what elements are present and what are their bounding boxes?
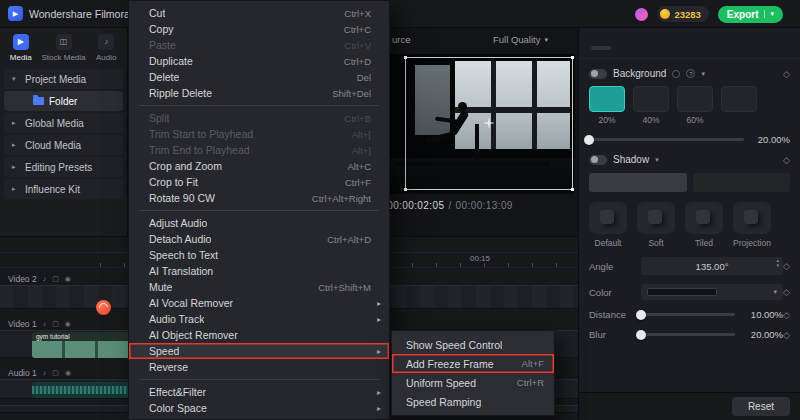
background-blur-slider[interactable] [589, 138, 744, 141]
background-caret-icon[interactable]: ▾ [701, 70, 705, 78]
transform-center-handle[interactable] [484, 119, 493, 128]
ruler-time-label: 00:15 [470, 254, 490, 263]
submenu-item-add-freeze-frame[interactable]: Add Freeze Frame Alt+F [392, 354, 554, 373]
slider-knob[interactable] [636, 310, 646, 320]
background-blur-swatch-20[interactable]: 20% [589, 86, 625, 125]
shadow-preset-default[interactable]: Default [589, 202, 627, 248]
context-menu-item[interactable]: ▸ [139, 105, 379, 106]
submenu-item-speed-ramping[interactable]: Speed Ramping [392, 392, 554, 411]
swatch-preview[interactable] [677, 86, 713, 112]
menu-item-rotate-90[interactable]: Rotate 90 CW Ctrl+Alt+Right ▸ [129, 190, 389, 206]
export-button[interactable]: Export ▾ [718, 6, 783, 23]
sidebar-item-project-media[interactable]: ▾ Project Media [4, 69, 123, 89]
slider-knob[interactable] [584, 135, 594, 145]
distance-keyframe-icon[interactable]: ◇ [783, 310, 790, 320]
menu-item-cut[interactable]: Cut Ctrl+X ▸ [129, 5, 389, 21]
shadow-toggle[interactable] [589, 155, 607, 165]
shadow-preset-soft[interactable]: Soft [637, 202, 675, 248]
tab-media[interactable]: ▶ Media [2, 34, 39, 62]
sidebar-item-global-media[interactable]: ▸ Global Media [4, 113, 123, 133]
menu-item-duplicate[interactable]: Duplicate Ctrl+D ▸ [129, 53, 389, 69]
menu-item-audio-track[interactable]: Audio Track ▸ [129, 311, 389, 327]
menu-item-copy[interactable]: Copy Ctrl+C ▸ [129, 21, 389, 37]
shadow-preset-thumb[interactable] [589, 202, 627, 234]
menu-item-effect-filter[interactable]: Effect&Filter ▸ [129, 384, 389, 400]
shadow-color-picker[interactable]: ▾ [641, 284, 783, 300]
coins-badge[interactable]: 23283 [657, 6, 708, 22]
shadow-keyframe-icon[interactable]: ◇ [783, 155, 790, 165]
menu-item-paste[interactable]: Paste Ctrl+V ▸ [129, 37, 389, 53]
track-mute-icon[interactable]: ♪ [43, 369, 47, 376]
shadow-color-keyframe-icon[interactable]: ◇ [783, 287, 790, 297]
swatch-preview[interactable] [633, 86, 669, 112]
submenu-item-uniform-speed[interactable]: Uniform Speed Ctrl+R [392, 373, 554, 392]
tab-audio[interactable]: ♪ Audio [88, 34, 125, 62]
background-toggle[interactable] [589, 69, 607, 79]
menu-item-split[interactable]: Split Ctrl+B ▸ [129, 110, 389, 126]
menu-item-ai-vocal-remover[interactable]: AI Vocal Remover ▸ [129, 295, 389, 311]
menu-item-detach-audio[interactable]: Detach Audio Ctrl+Alt+D ▸ [129, 231, 389, 247]
sidebar-item-editing-presets[interactable]: ▸ Editing Presets [4, 157, 123, 177]
slider-knob[interactable] [636, 330, 646, 340]
shadow-caret-icon[interactable]: ▾ [655, 156, 659, 164]
record-marker-dot[interactable] [96, 300, 111, 315]
menu-item-trim-start[interactable]: Trim Start to Playhead Alt+[ ▸ [129, 126, 389, 142]
menu-item-crop-to-fit[interactable]: Crop to Fit Ctrl+F ▸ [129, 174, 389, 190]
export-caret-icon[interactable]: ▾ [764, 10, 774, 18]
context-menu-item[interactable]: ▸ [139, 379, 379, 380]
tab-stock-media[interactable]: ◫ Stock Media [41, 34, 85, 62]
swatch-preview[interactable] [589, 86, 625, 112]
menu-item-mute[interactable]: Mute Ctrl+Shift+M ▸ [129, 279, 389, 295]
track-hide-icon[interactable]: ◉ [65, 320, 71, 328]
menu-item-delete[interactable]: Delete Del ▸ [129, 69, 389, 85]
shadow-preset-thumb[interactable] [733, 202, 771, 234]
clip-transform-box[interactable] [405, 57, 573, 190]
quality-dropdown[interactable]: Full Quality ▾ [493, 34, 548, 45]
sidebar-item-cloud-media[interactable]: ▸ Cloud Media [4, 135, 123, 155]
track-hide-icon[interactable]: ◉ [65, 369, 71, 377]
swatch-preview[interactable] [721, 86, 757, 112]
menu-item-ai-translation[interactable]: AI Translation ▸ [129, 263, 389, 279]
track-lock-icon[interactable]: ▢ [52, 275, 59, 283]
clip-context-menu: Cut Ctrl+X ▸ Copy Ctrl+C ▸ Paste Ctrl+V … [128, 0, 390, 420]
shadow-preset-thumb[interactable] [637, 202, 675, 234]
track-lock-icon[interactable]: ▢ [52, 369, 59, 377]
distance-slider[interactable] [641, 313, 735, 316]
background-help-icon[interactable]: ? [686, 69, 695, 78]
menu-item-crop-and-zoom[interactable]: Crop and Zoom Alt+C ▸ [129, 158, 389, 174]
blur-slider[interactable] [641, 333, 735, 336]
drop-shadow-button[interactable] [589, 173, 687, 192]
track-hide-icon[interactable]: ◉ [65, 275, 71, 283]
background-blur-swatch-60[interactable]: 60% [677, 86, 713, 125]
blur-keyframe-icon[interactable]: ◇ [783, 330, 790, 340]
menu-item-adjust-audio[interactable]: Adjust Audio ▸ [129, 215, 389, 231]
shadow-preset-thumb[interactable] [685, 202, 723, 234]
reset-button[interactable]: Reset [732, 397, 790, 416]
inner-shadow-button[interactable] [693, 173, 791, 192]
angle-input[interactable]: 135.00° ▴▾ [641, 257, 783, 275]
subtab-basic[interactable] [591, 46, 611, 50]
menu-item-trim-end[interactable]: Trim End to Playhead Alt+] ▸ [129, 142, 389, 158]
background-keyframe-icon[interactable]: ◇ [783, 69, 790, 79]
angle-steppers[interactable]: ▴▾ [777, 258, 780, 268]
context-menu-item[interactable]: ▸ [139, 210, 379, 211]
menu-item-reverse[interactable]: Reverse ▸ [129, 359, 389, 375]
menu-item-ripple-delete[interactable]: Ripple Delete Shift+Del ▸ [129, 85, 389, 101]
menu-item-speed[interactable]: Speed ▸ [129, 343, 389, 359]
track-mute-icon[interactable]: ♪ [43, 275, 47, 282]
track-lock-icon[interactable]: ▢ [52, 320, 59, 328]
submenu-item-show-speed-control[interactable]: Show Speed Control [392, 335, 554, 354]
background-blur-swatch-custom[interactable] [721, 86, 757, 125]
menu-item-color-space[interactable]: Color Space ▸ [129, 400, 389, 416]
sidebar-item-influence-kit[interactable]: ▸ Influence Kit [4, 179, 123, 199]
account-avatar[interactable] [635, 8, 648, 21]
shadow-preset-projection[interactable]: Projection [733, 202, 771, 248]
sidebar-item-folder[interactable]: Folder [4, 91, 123, 111]
menu-item-speech-to-text[interactable]: Speech to Text ▸ [129, 247, 389, 263]
background-blur-swatch-40[interactable]: 40% [633, 86, 669, 125]
shadow-preset-tiled[interactable]: Tiled [685, 202, 723, 248]
angle-keyframe-icon[interactable]: ◇ [783, 261, 790, 271]
menu-item-ai-object-remover[interactable]: AI Object Remover ▸ [129, 327, 389, 343]
background-color-dot-icon[interactable] [672, 70, 680, 78]
track-mute-icon[interactable]: ♪ [43, 320, 47, 327]
